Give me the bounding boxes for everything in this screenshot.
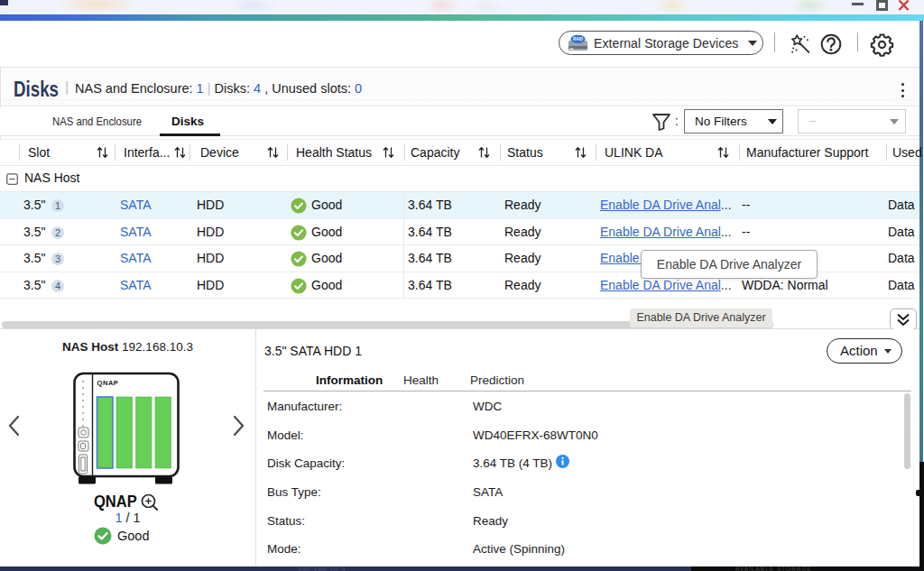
svg-text:RAID: RAID: [573, 37, 584, 41]
svg-text:QNAP: QNAP: [97, 379, 119, 387]
